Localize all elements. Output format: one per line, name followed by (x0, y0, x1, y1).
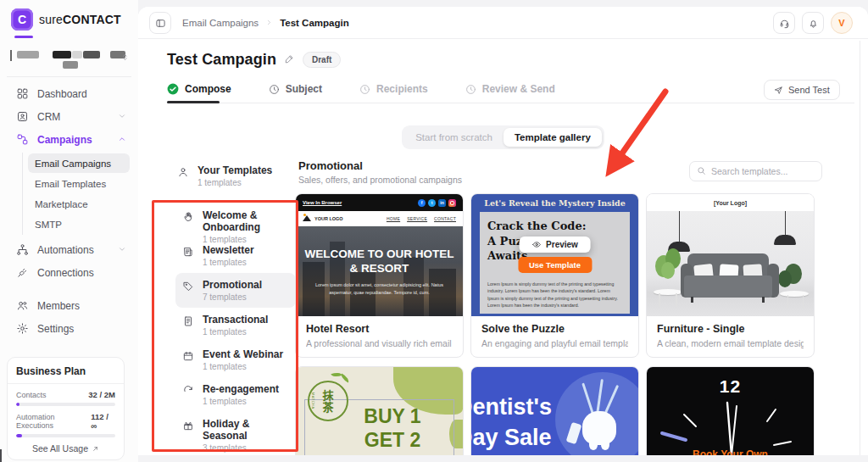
table-leg (659, 293, 660, 307)
mountain-logo-icon (303, 215, 311, 221)
mode-template-gallery[interactable]: Template gallery (504, 128, 602, 147)
send-test-button[interactable]: Send Test (764, 80, 840, 100)
template-card-solve-the-puzzle[interactable]: Let's Reveal the Mystery Inside Crack th… (470, 193, 639, 358)
chevron-down-icon (118, 111, 126, 123)
sidebar-toggle-button[interactable] (149, 12, 171, 34)
use-template-button[interactable]: Use Template (518, 257, 592, 273)
tab-subject[interactable]: Subject (269, 83, 322, 95)
sidebar-item-email-campaigns[interactable]: Email Campaigns (28, 153, 130, 173)
usage-progressbar (16, 434, 115, 437)
category-texts: Newsletter 1 templates (203, 244, 254, 267)
tab-label: Compose (185, 83, 231, 95)
workspace-redacted-block (72, 51, 82, 58)
sidebar-item-automations[interactable]: Automations (0, 238, 138, 261)
sidebar-item-marketplace[interactable]: Marketplace (28, 194, 130, 214)
sidebar-scrollbar[interactable] (0, 449, 2, 462)
topbar-actions: V (773, 12, 853, 34)
promo-line: GET 2 (345, 428, 440, 452)
person-icon (177, 166, 189, 181)
topbar: Email Campaigns Test Campagin V (138, 7, 868, 39)
sidebar-item-email-templates[interactable]: Email Templates (28, 174, 130, 193)
sofa-seat (684, 276, 772, 298)
sidebar-item-settings[interactable]: Settings (0, 317, 138, 340)
sofa-leg (762, 297, 765, 303)
tabs-divider (167, 103, 854, 103)
preview-body: Lorem Ipsum is simply dummy text of the … (487, 281, 622, 309)
category-re-engagement[interactable]: Re-engagement 1 templates (175, 377, 296, 412)
social-icons: f t in (418, 199, 456, 207)
category-count: 3 templates (203, 443, 289, 453)
sidebar-item-label: Automations (37, 244, 94, 256)
instagram-icon (448, 199, 456, 207)
template-card-clock-booking[interactable]: 12 Book Your Own (646, 366, 815, 455)
category-event-webinar[interactable]: Event & Webinar 1 templates (175, 342, 296, 377)
chevron-right-icon (265, 18, 273, 28)
plan-usage-row: Contacts 32 / 2M (16, 390, 115, 399)
stamp-side-label: MATCHA (311, 392, 314, 409)
preview-banner: Let's Reveal the Mystery Inside (471, 194, 638, 208)
preview-button[interactable]: Preview (519, 237, 591, 253)
plan-divider (8, 383, 124, 384)
category-label: Event & Webinar (203, 348, 283, 360)
template-preview: MATCHA 抹 茶 BUY 1 GET 2 (296, 367, 463, 455)
category-transactional[interactable]: Transactional 1 templates (175, 308, 296, 342)
active-tab-underline (167, 101, 220, 103)
category-holiday-seasonal[interactable]: Holiday & Seasonal 3 templates (175, 412, 296, 447)
promo-heading: BUY 1 GET 2 (345, 404, 440, 452)
template-card-matcha-promo[interactable]: MATCHA 抹 茶 BUY 1 GET 2 (295, 366, 464, 455)
template-description: A clean, modern email template designed … (657, 338, 804, 348)
workspace-switcher[interactable] (8, 47, 130, 70)
brand-logo[interactable]: C sureCONTACT (11, 8, 121, 31)
search-input[interactable] (711, 166, 815, 176)
gift-icon (182, 420, 194, 435)
tab-review-send[interactable]: Review & Send (465, 83, 555, 95)
tab-recipients[interactable]: Recipients (359, 83, 428, 95)
sidebar-item-smtp[interactable]: SMTP (28, 214, 130, 234)
notifications-button[interactable] (802, 12, 824, 34)
stamp-character: 抹 (322, 390, 333, 401)
template-card-furniture-single[interactable]: [Your Logo] (646, 193, 815, 358)
template-card-hotel-resort[interactable]: View In Browser f t in YOUR LOGO HOME (295, 193, 464, 358)
mode-start-from-scratch[interactable]: Start from scratch (404, 128, 504, 147)
stamp-character: 茶 (322, 402, 333, 413)
campaign-tabs: Compose Subject Recipients Review & Send (167, 83, 555, 95)
category-your-templates[interactable]: Your Templates 1 templates (177, 164, 296, 187)
usage-value: 32 / 2M (88, 390, 115, 399)
see-all-usage-link[interactable]: See All Usage (16, 443, 115, 454)
breadcrumb: Email Campaigns Test Campagin (182, 7, 349, 39)
scrollbar-track[interactable] (860, 41, 860, 455)
linkedin-icon: in (438, 199, 446, 207)
sidebar-item-connections[interactable]: Connections (0, 261, 138, 284)
lamp-wire (785, 211, 786, 235)
promo-line: Day Sale (471, 423, 552, 454)
subnav-label: SMTP (35, 220, 62, 230)
avatar[interactable]: V (831, 12, 853, 34)
category-promotional[interactable]: Promotional 7 templates (175, 273, 296, 308)
composer-mode-row: Start from scratch Template gallery (138, 125, 868, 149)
promo-caption: Book Your Own (647, 448, 814, 455)
category-label: Your Templates (198, 164, 272, 176)
sidebar-item-campaigns[interactable]: Campaigns (0, 128, 138, 151)
preview-topbar: View In Browser f t in (296, 194, 463, 211)
clock-icon (465, 84, 476, 95)
edit-title-button[interactable] (284, 53, 295, 68)
members-icon (16, 299, 29, 312)
tag-icon (182, 281, 194, 296)
category-label: Welcome & Onboarding (203, 209, 289, 233)
category-count: 1 templates (203, 258, 254, 267)
category-welcome-onboarding[interactable]: Welcome & Onboarding 1 templates (175, 203, 296, 238)
search-icon (697, 164, 706, 179)
brand-name-bold: CONTACT (63, 13, 121, 26)
template-search[interactable] (689, 161, 822, 181)
tab-compose[interactable]: Compose (167, 83, 231, 95)
sidebar-item-label: CRM (37, 111, 60, 123)
sidebar-item-dashboard[interactable]: Dashboard (0, 82, 138, 105)
template-description: A professional and visually rich email t… (306, 338, 453, 348)
sidebar-item-members[interactable]: Members (0, 294, 138, 317)
breadcrumb-parent[interactable]: Email Campaigns (182, 18, 259, 28)
brand-underline (14, 36, 33, 38)
template-card-dentist-sale[interactable]: Dentist's Day Sale (470, 366, 639, 455)
sidebar-item-crm[interactable]: CRM (0, 105, 138, 128)
support-button[interactable] (773, 12, 795, 34)
clock-face-illustration (647, 367, 814, 455)
